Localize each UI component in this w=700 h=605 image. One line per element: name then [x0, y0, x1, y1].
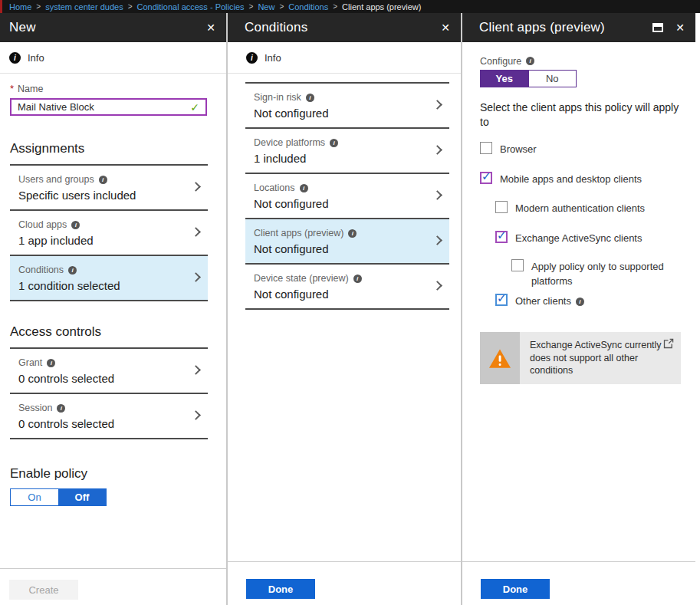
nav-item-label: Granti [18, 357, 55, 368]
checkbox-checked[interactable]: ✓ [495, 231, 508, 243]
external-link-icon[interactable] [663, 338, 674, 349]
checkbox-unchecked[interactable] [511, 259, 524, 271]
close-icon[interactable]: ✕ [441, 21, 450, 34]
blade-conditions-footer: Done [228, 561, 461, 605]
enable-policy-on-button[interactable]: On [11, 489, 58, 505]
nav-item-users-and-groups[interactable]: Users and groupsi Specific users include… [10, 166, 208, 211]
breadcrumb-link-new[interactable]: New [258, 2, 274, 12]
breadcrumb-separator: > [36, 2, 41, 11]
checkmark-icon: ✓ [497, 229, 507, 242]
checkbox-unchecked[interactable] [480, 142, 492, 154]
breadcrumb-separator: > [128, 2, 133, 11]
enable-policy-off-button[interactable]: Off [58, 489, 106, 505]
checkbox-label: Other clientsi [515, 294, 584, 309]
nav-item-sign-in-risk[interactable]: Sign-in riski Not configured [245, 84, 449, 129]
chevron-right-icon [191, 272, 201, 282]
configure-yes-button[interactable]: Yes [481, 71, 528, 87]
nav-item-value: Specific users included [18, 189, 192, 202]
valid-checkmark-icon: ✓ [190, 101, 199, 113]
nav-item-value: Not configured [254, 107, 434, 120]
nav-item-value: Not configured [254, 197, 434, 210]
access-controls-heading: Access controls [10, 324, 208, 349]
chevron-right-icon [191, 410, 201, 420]
checkbox-row-modern-auth[interactable]: Modern authentication clients [495, 201, 682, 216]
blade-new-header: New ✕ [0, 13, 226, 42]
close-icon[interactable]: ✕ [675, 21, 685, 34]
info-icon: i [576, 298, 584, 306]
info-banner[interactable]: i Info [0, 42, 226, 74]
nav-item-label: Cloud appsi [18, 219, 80, 230]
chevron-right-icon [191, 365, 201, 375]
info-icon: i [330, 139, 338, 147]
info-icon: i [9, 52, 21, 64]
assignments-heading: Assignments [10, 141, 208, 166]
configure-label: Configure i [480, 56, 682, 67]
close-icon[interactable]: ✕ [206, 21, 215, 34]
checkbox-label: Apply policy only to supported platforms [531, 260, 682, 289]
checkbox-row-exchange-activesync[interactable]: ✓ Exchange ActiveSync clients [495, 231, 682, 246]
checkbox-unchecked[interactable] [495, 201, 508, 213]
info-label: Info [28, 52, 44, 64]
name-field-label: *Name [10, 83, 207, 94]
nav-item-label: Client apps (preview)i [254, 228, 357, 238]
nav-item-locations[interactable]: Locationsi Not configured [245, 174, 449, 219]
nav-item-value: Not configured [254, 242, 434, 255]
checkbox-row-mobile-apps[interactable]: ✓ Mobile apps and desktop clients [480, 172, 682, 187]
nav-item-label: Sign-in riski [254, 92, 314, 103]
done-button[interactable]: Done [481, 579, 550, 599]
nav-item-value: 1 condition selected [18, 279, 192, 292]
left-edge-red-marker [0, 0, 2, 13]
checkbox-checked[interactable]: ✓ [495, 294, 508, 306]
checkbox-row-apply-supported-platforms[interactable]: Apply policy only to supported platforms [511, 259, 682, 289]
checkbox-label: Mobile apps and desktop clients [500, 173, 642, 187]
nav-item-client-apps-preview[interactable]: Client apps (preview)i Not configured [245, 219, 449, 265]
checkmark-icon: ✓ [481, 169, 491, 183]
warning-banner: Exchange ActiveSync currently does not s… [480, 332, 681, 385]
info-icon: i [57, 404, 65, 413]
info-icon: i [353, 275, 362, 283]
checkbox-row-browser[interactable]: Browser [480, 142, 682, 157]
chevron-right-icon [432, 235, 442, 245]
chevron-right-icon [191, 227, 201, 237]
nav-item-session[interactable]: Sessioni 0 controls selected [10, 394, 208, 439]
nav-item-label: Sessioni [18, 403, 65, 413]
page-title-new: New [9, 20, 194, 35]
name-input[interactable]: Mail Native Block ✓ [10, 98, 207, 116]
checkbox-checked[interactable]: ✓ [480, 172, 492, 184]
maximize-icon[interactable] [652, 23, 663, 32]
nav-item-cloud-apps[interactable]: Cloud appsi 1 app included [10, 211, 208, 256]
warning-content: Exchange ActiveSync currently does not s… [520, 332, 681, 385]
nav-item-device-platforms[interactable]: Device platformsi 1 included [245, 129, 449, 174]
info-icon: i [300, 184, 308, 192]
breadcrumb-link-system-center-dudes[interactable]: system center dudes [45, 2, 123, 12]
blade-client-apps: Client apps (preview) ✕ Configure i Yes … [462, 13, 695, 605]
nav-item-value: 1 app included [18, 234, 192, 247]
breadcrumb-link-conditional-access-policies[interactable]: Conditional access - Policies [137, 2, 245, 12]
blade-conditions: Conditions ✕ i Info Sign-in riski Not co… [228, 13, 462, 605]
breadcrumb-link-conditions[interactable]: Conditions [288, 2, 328, 12]
checkbox-row-other-clients[interactable]: ✓ Other clientsi [495, 294, 682, 309]
nav-item-conditions[interactable]: Conditionsi 1 condition selected [10, 256, 208, 301]
chevron-right-icon [432, 100, 442, 110]
info-banner[interactable]: i Info [228, 42, 461, 74]
info-icon: i [68, 266, 77, 275]
nav-item-value: 0 controls selected [18, 372, 192, 385]
page-title-client-apps: Client apps (preview) [479, 20, 652, 35]
nav-item-device-state-preview[interactable]: Device state (preview)i Not configured [245, 265, 449, 310]
checkbox-label: Modern authentication clients [515, 202, 645, 216]
breadcrumb-link-home[interactable]: Home [9, 2, 31, 12]
breadcrumb: Home > system center dudes > Conditional… [0, 0, 700, 13]
enable-policy-heading: Enable policy [10, 466, 208, 482]
nav-item-grant[interactable]: Granti 0 controls selected [10, 349, 208, 394]
info-icon: i [306, 94, 314, 102]
name-input-value: Mail Native Block [18, 101, 190, 113]
done-button[interactable]: Done [246, 579, 315, 599]
create-button[interactable]: Create [9, 580, 78, 600]
nav-item-label: Device platformsi [254, 137, 338, 148]
info-icon: i [246, 52, 258, 64]
page-title-conditions: Conditions [245, 20, 429, 35]
configure-no-button[interactable]: No [528, 71, 577, 87]
blade-new-footer: Create [0, 568, 226, 605]
breadcrumb-separator: > [249, 2, 254, 11]
required-asterisk: * [10, 83, 14, 94]
